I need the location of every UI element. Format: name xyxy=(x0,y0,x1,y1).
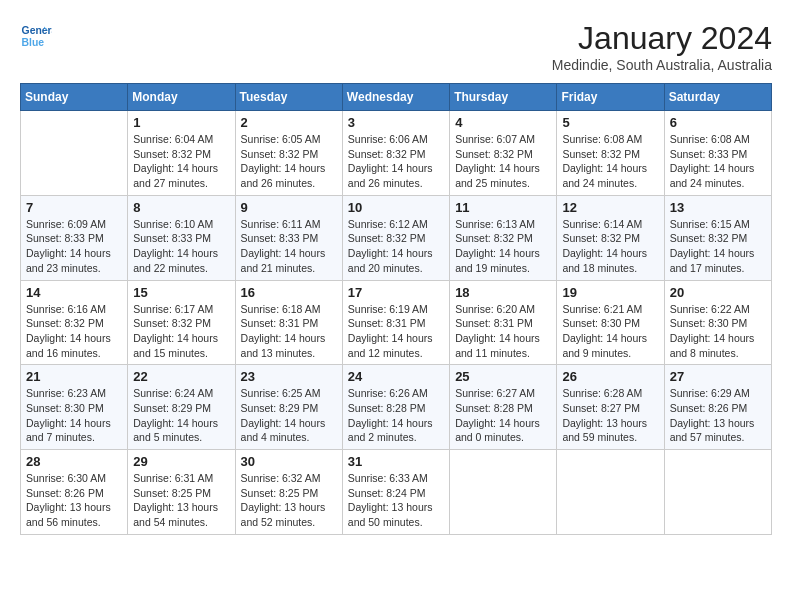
day-info: Sunrise: 6:19 AM Sunset: 8:31 PM Dayligh… xyxy=(348,302,444,361)
day-info: Sunrise: 6:27 AM Sunset: 8:28 PM Dayligh… xyxy=(455,386,551,445)
location: Medindie, South Australia, Australia xyxy=(552,57,772,73)
calendar-table: SundayMondayTuesdayWednesdayThursdayFrid… xyxy=(20,83,772,535)
day-number: 16 xyxy=(241,285,337,300)
day-info: Sunrise: 6:26 AM Sunset: 8:28 PM Dayligh… xyxy=(348,386,444,445)
calendar-cell: 11Sunrise: 6:13 AM Sunset: 8:32 PM Dayli… xyxy=(450,195,557,280)
day-info: Sunrise: 6:16 AM Sunset: 8:32 PM Dayligh… xyxy=(26,302,122,361)
day-number: 14 xyxy=(26,285,122,300)
calendar-cell: 13Sunrise: 6:15 AM Sunset: 8:32 PM Dayli… xyxy=(664,195,771,280)
day-info: Sunrise: 6:09 AM Sunset: 8:33 PM Dayligh… xyxy=(26,217,122,276)
day-info: Sunrise: 6:11 AM Sunset: 8:33 PM Dayligh… xyxy=(241,217,337,276)
calendar-cell: 21Sunrise: 6:23 AM Sunset: 8:30 PM Dayli… xyxy=(21,365,128,450)
day-number: 5 xyxy=(562,115,658,130)
calendar-cell: 25Sunrise: 6:27 AM Sunset: 8:28 PM Dayli… xyxy=(450,365,557,450)
calendar-cell: 5Sunrise: 6:08 AM Sunset: 8:32 PM Daylig… xyxy=(557,111,664,196)
weekday-header: Sunday xyxy=(21,84,128,111)
calendar-cell: 28Sunrise: 6:30 AM Sunset: 8:26 PM Dayli… xyxy=(21,450,128,535)
day-info: Sunrise: 6:08 AM Sunset: 8:33 PM Dayligh… xyxy=(670,132,766,191)
day-number: 2 xyxy=(241,115,337,130)
day-number: 28 xyxy=(26,454,122,469)
day-info: Sunrise: 6:08 AM Sunset: 8:32 PM Dayligh… xyxy=(562,132,658,191)
day-info: Sunrise: 6:10 AM Sunset: 8:33 PM Dayligh… xyxy=(133,217,229,276)
calendar-cell: 15Sunrise: 6:17 AM Sunset: 8:32 PM Dayli… xyxy=(128,280,235,365)
calendar-cell: 17Sunrise: 6:19 AM Sunset: 8:31 PM Dayli… xyxy=(342,280,449,365)
weekday-header: Thursday xyxy=(450,84,557,111)
calendar-cell: 14Sunrise: 6:16 AM Sunset: 8:32 PM Dayli… xyxy=(21,280,128,365)
calendar-cell: 23Sunrise: 6:25 AM Sunset: 8:29 PM Dayli… xyxy=(235,365,342,450)
logo: General Blue xyxy=(20,20,52,52)
calendar-week-row: 7Sunrise: 6:09 AM Sunset: 8:33 PM Daylig… xyxy=(21,195,772,280)
day-number: 27 xyxy=(670,369,766,384)
day-info: Sunrise: 6:07 AM Sunset: 8:32 PM Dayligh… xyxy=(455,132,551,191)
day-info: Sunrise: 6:05 AM Sunset: 8:32 PM Dayligh… xyxy=(241,132,337,191)
day-number: 1 xyxy=(133,115,229,130)
calendar-week-row: 21Sunrise: 6:23 AM Sunset: 8:30 PM Dayli… xyxy=(21,365,772,450)
day-number: 17 xyxy=(348,285,444,300)
calendar-week-row: 28Sunrise: 6:30 AM Sunset: 8:26 PM Dayli… xyxy=(21,450,772,535)
day-number: 31 xyxy=(348,454,444,469)
calendar-cell: 27Sunrise: 6:29 AM Sunset: 8:26 PM Dayli… xyxy=(664,365,771,450)
day-number: 25 xyxy=(455,369,551,384)
calendar-cell: 16Sunrise: 6:18 AM Sunset: 8:31 PM Dayli… xyxy=(235,280,342,365)
day-info: Sunrise: 6:31 AM Sunset: 8:25 PM Dayligh… xyxy=(133,471,229,530)
day-number: 3 xyxy=(348,115,444,130)
day-info: Sunrise: 6:25 AM Sunset: 8:29 PM Dayligh… xyxy=(241,386,337,445)
calendar-cell: 4Sunrise: 6:07 AM Sunset: 8:32 PM Daylig… xyxy=(450,111,557,196)
day-number: 19 xyxy=(562,285,658,300)
day-number: 22 xyxy=(133,369,229,384)
day-info: Sunrise: 6:13 AM Sunset: 8:32 PM Dayligh… xyxy=(455,217,551,276)
page-header: General Blue January 2024 Medindie, Sout… xyxy=(20,20,772,73)
day-info: Sunrise: 6:33 AM Sunset: 8:24 PM Dayligh… xyxy=(348,471,444,530)
calendar-cell: 9Sunrise: 6:11 AM Sunset: 8:33 PM Daylig… xyxy=(235,195,342,280)
calendar-header-row: SundayMondayTuesdayWednesdayThursdayFrid… xyxy=(21,84,772,111)
day-number: 8 xyxy=(133,200,229,215)
day-number: 10 xyxy=(348,200,444,215)
calendar-week-row: 1Sunrise: 6:04 AM Sunset: 8:32 PM Daylig… xyxy=(21,111,772,196)
day-number: 24 xyxy=(348,369,444,384)
day-info: Sunrise: 6:17 AM Sunset: 8:32 PM Dayligh… xyxy=(133,302,229,361)
day-info: Sunrise: 6:30 AM Sunset: 8:26 PM Dayligh… xyxy=(26,471,122,530)
calendar-cell: 22Sunrise: 6:24 AM Sunset: 8:29 PM Dayli… xyxy=(128,365,235,450)
day-number: 9 xyxy=(241,200,337,215)
day-info: Sunrise: 6:14 AM Sunset: 8:32 PM Dayligh… xyxy=(562,217,658,276)
day-info: Sunrise: 6:15 AM Sunset: 8:32 PM Dayligh… xyxy=(670,217,766,276)
day-info: Sunrise: 6:29 AM Sunset: 8:26 PM Dayligh… xyxy=(670,386,766,445)
calendar-cell xyxy=(21,111,128,196)
day-number: 7 xyxy=(26,200,122,215)
calendar-cell: 19Sunrise: 6:21 AM Sunset: 8:30 PM Dayli… xyxy=(557,280,664,365)
calendar-cell: 10Sunrise: 6:12 AM Sunset: 8:32 PM Dayli… xyxy=(342,195,449,280)
day-info: Sunrise: 6:20 AM Sunset: 8:31 PM Dayligh… xyxy=(455,302,551,361)
day-info: Sunrise: 6:12 AM Sunset: 8:32 PM Dayligh… xyxy=(348,217,444,276)
day-info: Sunrise: 6:24 AM Sunset: 8:29 PM Dayligh… xyxy=(133,386,229,445)
day-number: 20 xyxy=(670,285,766,300)
calendar-cell: 30Sunrise: 6:32 AM Sunset: 8:25 PM Dayli… xyxy=(235,450,342,535)
calendar-cell: 6Sunrise: 6:08 AM Sunset: 8:33 PM Daylig… xyxy=(664,111,771,196)
day-number: 26 xyxy=(562,369,658,384)
calendar-cell: 8Sunrise: 6:10 AM Sunset: 8:33 PM Daylig… xyxy=(128,195,235,280)
weekday-header: Monday xyxy=(128,84,235,111)
day-info: Sunrise: 6:06 AM Sunset: 8:32 PM Dayligh… xyxy=(348,132,444,191)
weekday-header: Tuesday xyxy=(235,84,342,111)
calendar-cell: 18Sunrise: 6:20 AM Sunset: 8:31 PM Dayli… xyxy=(450,280,557,365)
calendar-cell: 29Sunrise: 6:31 AM Sunset: 8:25 PM Dayli… xyxy=(128,450,235,535)
day-info: Sunrise: 6:04 AM Sunset: 8:32 PM Dayligh… xyxy=(133,132,229,191)
calendar-cell: 31Sunrise: 6:33 AM Sunset: 8:24 PM Dayli… xyxy=(342,450,449,535)
day-number: 18 xyxy=(455,285,551,300)
day-number: 23 xyxy=(241,369,337,384)
day-number: 6 xyxy=(670,115,766,130)
day-number: 21 xyxy=(26,369,122,384)
day-number: 11 xyxy=(455,200,551,215)
day-info: Sunrise: 6:22 AM Sunset: 8:30 PM Dayligh… xyxy=(670,302,766,361)
calendar-cell: 24Sunrise: 6:26 AM Sunset: 8:28 PM Dayli… xyxy=(342,365,449,450)
calendar-cell: 1Sunrise: 6:04 AM Sunset: 8:32 PM Daylig… xyxy=(128,111,235,196)
day-info: Sunrise: 6:32 AM Sunset: 8:25 PM Dayligh… xyxy=(241,471,337,530)
calendar-cell: 20Sunrise: 6:22 AM Sunset: 8:30 PM Dayli… xyxy=(664,280,771,365)
svg-text:Blue: Blue xyxy=(22,37,45,48)
calendar-cell xyxy=(664,450,771,535)
day-info: Sunrise: 6:28 AM Sunset: 8:27 PM Dayligh… xyxy=(562,386,658,445)
calendar-cell: 26Sunrise: 6:28 AM Sunset: 8:27 PM Dayli… xyxy=(557,365,664,450)
calendar-cell: 12Sunrise: 6:14 AM Sunset: 8:32 PM Dayli… xyxy=(557,195,664,280)
calendar-cell: 2Sunrise: 6:05 AM Sunset: 8:32 PM Daylig… xyxy=(235,111,342,196)
weekday-header: Saturday xyxy=(664,84,771,111)
day-number: 4 xyxy=(455,115,551,130)
